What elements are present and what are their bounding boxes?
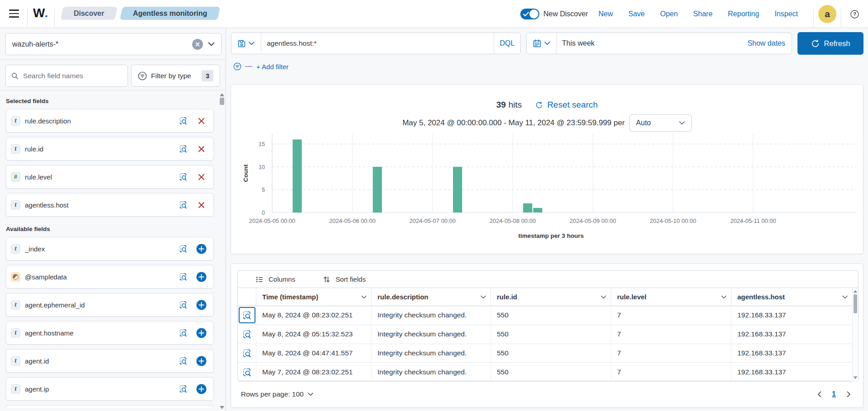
reset-search-button[interactable]: Reset search <box>535 100 598 110</box>
remove-field-icon[interactable] <box>194 114 208 128</box>
column-header[interactable]: agentless.host <box>731 288 853 306</box>
cell-rule-id: 550 <box>491 363 611 381</box>
search-field-names-input[interactable] <box>23 72 122 80</box>
svg-text:2024-05-10 00:00: 2024-05-10 00:00 <box>650 217 696 224</box>
rows-per-page-button[interactable]: Rows per page: 100 <box>241 390 313 398</box>
index-pattern-select[interactable]: wazuh-alerts-* <box>5 33 222 55</box>
avatar[interactable]: a <box>818 5 836 23</box>
grid-header-row: Time (timestamp) rule.description rule.i… <box>238 288 858 306</box>
inspect-field-icon[interactable] <box>176 198 190 212</box>
add-filter-button[interactable]: + Add filter <box>256 63 288 71</box>
columns-button[interactable]: Columns <box>256 275 295 283</box>
inspect-field-icon[interactable] <box>176 114 190 128</box>
remove-field-icon[interactable] <box>194 142 208 156</box>
chevron-down-icon <box>308 392 313 396</box>
inspect-field-icon[interactable] <box>176 298 190 312</box>
column-header[interactable]: rule.level <box>611 288 731 306</box>
selected-fields-heading: Selected fields <box>6 98 226 104</box>
menu-hamburger-button[interactable] <box>9 9 19 18</box>
sidebar-scroll-up[interactable] <box>220 93 224 97</box>
inspect-field-icon[interactable] <box>176 170 190 184</box>
cell-rule-level: 7 <box>611 325 731 344</box>
saved-query-menu[interactable] <box>231 33 261 54</box>
header-menu-link[interactable]: Inspect <box>774 10 798 18</box>
field-card: t _index <box>6 237 214 260</box>
cell-rule-id: 550 <box>491 344 611 363</box>
header-menu-link[interactable]: Save <box>628 10 645 18</box>
inspect-field-icon[interactable] <box>176 326 190 340</box>
refresh-button[interactable]: Refresh <box>797 32 863 55</box>
field-type-icon: t <box>11 200 20 210</box>
inspect-field-icon[interactable] <box>176 382 190 396</box>
add-field-icon[interactable] <box>194 242 208 255</box>
filter-by-type-button[interactable]: Filter by type 3 <box>131 65 220 87</box>
previous-page-icon[interactable] <box>814 389 825 400</box>
add-field-icon[interactable] <box>194 298 208 312</box>
header-menu-link[interactable]: New <box>599 10 613 18</box>
query-input[interactable]: agentless.host:* <box>261 33 494 54</box>
cell-rule-description: Integrity checksum changed. <box>372 306 491 325</box>
page-number[interactable]: 1 <box>829 390 839 398</box>
add-field-icon[interactable] <box>194 354 208 368</box>
breadcrumb-tab[interactable]: Agentless monitoring <box>120 7 221 20</box>
help-icon[interactable]: ? <box>850 10 859 19</box>
sidebar-scrollbar[interactable] <box>220 98 224 105</box>
inspect-field-icon[interactable] <box>176 270 190 283</box>
refresh-icon <box>811 39 820 48</box>
svg-text:2024-05-11 00:00: 2024-05-11 00:00 <box>730 217 776 224</box>
svg-text:2024-05-05 00:00: 2024-05-05 00:00 <box>249 217 296 224</box>
field-type-icon: t <box>11 144 20 154</box>
field-name: agentless.host <box>25 201 176 209</box>
table-row: May 8, 2024 @ 08:23:02.251 Integrity che… <box>238 306 858 325</box>
inspect-field-icon[interactable] <box>176 242 190 255</box>
inspect-document-icon[interactable] <box>239 345 255 361</box>
new-discover-toggle[interactable] <box>520 9 539 19</box>
remove-field-icon[interactable] <box>194 198 208 212</box>
column-header[interactable]: Time (timestamp) <box>256 288 372 306</box>
field-card: t agent.ip <box>6 377 214 401</box>
wazuh-logo[interactable]: W. <box>33 6 48 20</box>
date-range-value[interactable]: This week <box>557 33 747 54</box>
inspect-document-icon[interactable] <box>239 307 255 323</box>
add-field-icon[interactable] <box>194 270 208 283</box>
add-field-icon[interactable] <box>194 382 208 396</box>
inspect-field-icon[interactable] <box>176 142 190 156</box>
show-dates-button[interactable]: Show dates <box>747 33 792 54</box>
add-field-icon[interactable] <box>194 326 208 340</box>
breadcrumb-tab[interactable]: Discover <box>61 7 118 20</box>
hits-count: 39 <box>496 100 506 110</box>
inspect-document-icon[interactable] <box>239 364 255 380</box>
field-search <box>5 65 128 87</box>
header-menu-link[interactable]: Reporting <box>728 10 759 18</box>
clear-index-icon[interactable] <box>192 39 203 50</box>
inspect-document-icon[interactable] <box>239 326 255 342</box>
header-menu-link[interactable]: Share <box>693 10 712 18</box>
svg-text:?: ? <box>853 11 856 17</box>
filter-options-icon[interactable] <box>233 62 241 71</box>
header-menu-link[interactable]: Open <box>660 10 678 18</box>
reset-icon <box>535 101 543 109</box>
filter-by-type-label: Filter by type <box>151 72 191 80</box>
column-header[interactable]: rule.description <box>372 288 491 306</box>
sidebar-scroll-down[interactable] <box>220 406 224 410</box>
interval-select[interactable]: Auto <box>629 114 692 132</box>
calendar-icon <box>533 39 541 47</box>
date-quick-menu[interactable] <box>527 33 557 54</box>
query-language-button[interactable]: DQL <box>494 33 520 54</box>
grid-scrollbar[interactable] <box>852 288 858 381</box>
field-name: rule.id <box>25 145 176 153</box>
field-name: @sampledata <box>25 273 176 281</box>
histogram-chart: 2024-05-05 00:002024-05-06 00:002024-05-… <box>231 85 863 254</box>
svg-text:2024-05-09 00:00: 2024-05-09 00:00 <box>570 217 616 224</box>
header-menu: New Save Open Share Reporting Inspect <box>599 10 813 18</box>
column-header[interactable]: rule.id <box>491 288 611 306</box>
cell-agentless-host: 192.168.33.137 <box>731 344 853 363</box>
sort-fields-button[interactable]: Sort fields <box>323 275 366 283</box>
inspect-field-icon[interactable] <box>176 354 190 368</box>
filter-dash <box>245 66 252 67</box>
logo-dot: . <box>44 6 48 20</box>
remove-field-icon[interactable] <box>194 170 208 184</box>
query-bar: agentless.host:* DQL <box>231 33 521 54</box>
next-page-icon[interactable] <box>843 389 854 400</box>
check-icon <box>523 12 529 17</box>
